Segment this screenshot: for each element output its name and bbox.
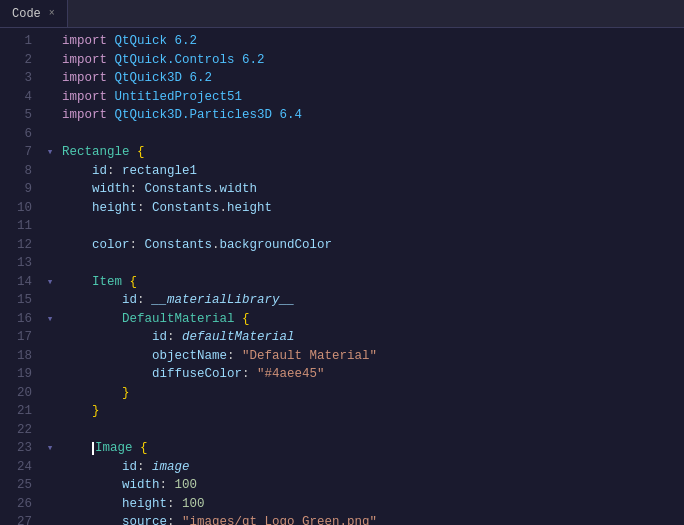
token: import	[62, 51, 107, 70]
code-line: Image {	[62, 439, 676, 458]
fold-marker	[42, 199, 58, 218]
fold-marker[interactable]: ▾	[42, 273, 58, 292]
token: height	[227, 199, 272, 218]
token: import	[62, 32, 107, 51]
line-number: 22	[0, 421, 32, 440]
fold-marker[interactable]: ▾	[42, 439, 58, 458]
token: :	[167, 328, 175, 347]
token: import	[62, 88, 107, 107]
token: :	[107, 162, 115, 181]
token	[107, 51, 115, 70]
code-line: import UntitledProject51	[62, 88, 676, 107]
token	[137, 236, 145, 255]
token	[145, 458, 153, 477]
line-number: 15	[0, 291, 32, 310]
token	[145, 199, 153, 218]
fold-marker	[42, 365, 58, 384]
token: {	[137, 143, 145, 162]
token	[62, 291, 122, 310]
code-line: import QtQuick.Controls 6.2	[62, 51, 676, 70]
token: QtQuick 6.2	[115, 32, 198, 51]
line-number: 14	[0, 273, 32, 292]
line-number: 13	[0, 254, 32, 273]
token: {	[140, 439, 148, 458]
fold-marker	[42, 236, 58, 255]
token: :	[227, 347, 235, 366]
code-tab[interactable]: Code ×	[0, 0, 68, 27]
code-line: import QtQuick 6.2	[62, 32, 676, 51]
token	[62, 328, 152, 347]
token	[107, 32, 115, 51]
line-number: 26	[0, 495, 32, 514]
token: QtQuick.Controls 6.2	[115, 51, 265, 70]
line-number: 7	[0, 143, 32, 162]
token: {	[130, 273, 138, 292]
fold-marker	[42, 125, 58, 144]
fold-marker	[42, 328, 58, 347]
token	[62, 199, 92, 218]
token: :	[167, 495, 175, 514]
token	[133, 439, 141, 458]
token	[145, 291, 153, 310]
token: image	[152, 458, 190, 477]
line-number: 9	[0, 180, 32, 199]
token: 100	[182, 495, 205, 514]
code-line	[62, 125, 676, 144]
token: import	[62, 69, 107, 88]
token: __materialLibrary__	[152, 291, 295, 310]
fold-marker	[42, 347, 58, 366]
token: :	[137, 291, 145, 310]
token	[235, 347, 243, 366]
token: width	[122, 476, 160, 495]
code-line: diffuseColor: "#4aee45"	[62, 365, 676, 384]
token: Image	[95, 439, 133, 458]
code-line: height: 100	[62, 495, 676, 514]
token	[175, 328, 183, 347]
line-number: 3	[0, 69, 32, 88]
fold-marker	[42, 513, 58, 525]
token	[250, 365, 258, 384]
code-line: }	[62, 402, 676, 421]
code-line: Rectangle {	[62, 143, 676, 162]
token	[175, 495, 183, 514]
line-number: 4	[0, 88, 32, 107]
token: backgroundColor	[220, 236, 333, 255]
token: :	[130, 236, 138, 255]
code-line: id: image	[62, 458, 676, 477]
line-number: 5	[0, 106, 32, 125]
code-line: id: defaultMaterial	[62, 328, 676, 347]
fold-marker[interactable]: ▾	[42, 143, 58, 162]
code-lines[interactable]: import QtQuick 6.2import QtQuick.Control…	[58, 28, 684, 525]
token	[62, 513, 122, 525]
line-number: 11	[0, 217, 32, 236]
token: .	[220, 199, 228, 218]
fold-marker	[42, 384, 58, 403]
token: QtQuick3D 6.2	[115, 69, 213, 88]
token: UntitledProject51	[115, 88, 243, 107]
line-number: 10	[0, 199, 32, 218]
token: Constants	[152, 199, 220, 218]
token: height	[92, 199, 137, 218]
token: {	[242, 310, 250, 329]
fold-marker	[42, 162, 58, 181]
token	[62, 476, 122, 495]
token	[62, 310, 122, 329]
token	[107, 88, 115, 107]
line-number: 12	[0, 236, 32, 255]
code-line: import QtQuick3D 6.2	[62, 69, 676, 88]
code-line: color: Constants.backgroundColor	[62, 236, 676, 255]
token: Constants	[145, 180, 213, 199]
fold-marker[interactable]: ▾	[42, 310, 58, 329]
line-number: 1	[0, 32, 32, 51]
token: }	[122, 384, 130, 403]
fold-marker	[42, 69, 58, 88]
token: :	[130, 180, 138, 199]
token: 100	[175, 476, 198, 495]
line-number: 17	[0, 328, 32, 347]
token: }	[92, 402, 100, 421]
tab-close-button[interactable]: ×	[49, 8, 55, 19]
token: id	[92, 162, 107, 181]
token	[62, 273, 92, 292]
code-line	[62, 217, 676, 236]
code-line: objectName: "Default Material"	[62, 347, 676, 366]
